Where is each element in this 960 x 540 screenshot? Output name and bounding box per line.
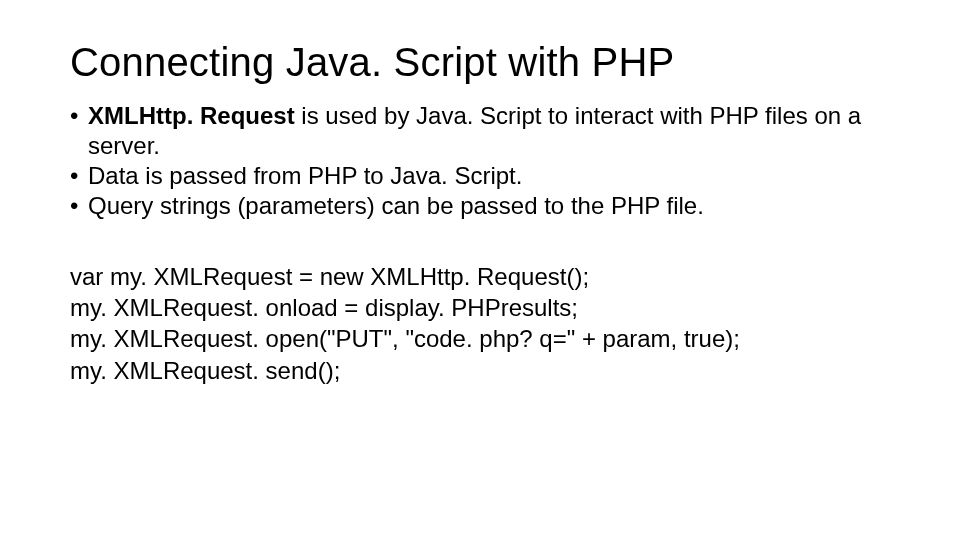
- code-line: my. XMLRequest. onload = display. PHPres…: [70, 292, 890, 323]
- bullet-text-post: Data is passed from PHP to Java. Script.: [88, 162, 522, 189]
- slide-title: Connecting Java. Script with PHP: [70, 40, 890, 85]
- bullet-item: XMLHttp. Request is used by Java. Script…: [70, 101, 890, 161]
- bullet-item: Data is passed from PHP to Java. Script.: [70, 161, 890, 191]
- bullet-strong: XMLHttp. Request: [88, 102, 295, 129]
- bullet-item: Query strings (parameters) can be passed…: [70, 191, 890, 221]
- code-block: var my. XMLRequest = new XMLHttp. Reques…: [70, 261, 890, 386]
- slide-body: XMLHttp. Request is used by Java. Script…: [70, 101, 890, 386]
- code-line: my. XMLRequest. open("PUT", "code. php? …: [70, 323, 890, 354]
- code-line: var my. XMLRequest = new XMLHttp. Reques…: [70, 261, 890, 292]
- code-line: my. XMLRequest. send();: [70, 355, 890, 386]
- slide: Connecting Java. Script with PHP XMLHttp…: [0, 0, 960, 540]
- bullet-text-post: Query strings (parameters) can be passed…: [88, 192, 704, 219]
- bullet-list: XMLHttp. Request is used by Java. Script…: [70, 101, 890, 221]
